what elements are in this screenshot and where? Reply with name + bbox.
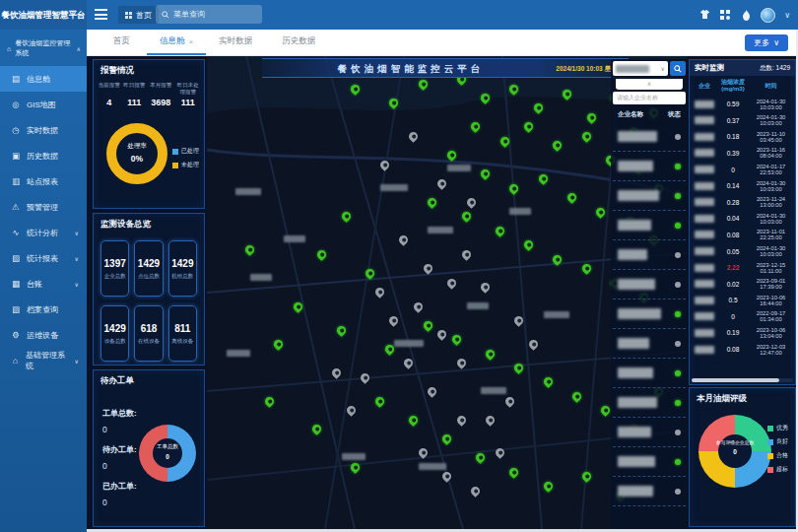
collapse-icon: ∧ <box>77 45 81 52</box>
sidebar-item[interactable]: ▦ 台账 ∨ <box>0 271 87 297</box>
device-stat-card: 1397 企业总数 <box>100 240 129 297</box>
company-row[interactable] <box>613 122 686 152</box>
rating-panel-title: 本月油烟评级 <box>690 388 795 408</box>
realtime-row: 0.28 2023-11-24 13:00:00 <box>690 194 795 211</box>
enterprise-name-redacted <box>695 215 714 223</box>
company-row[interactable] <box>613 359 686 388</box>
alarm-stat-value: 4 <box>97 98 121 107</box>
concentration-value: 0.28 <box>717 199 749 206</box>
fullscreen-icon[interactable] <box>719 9 731 21</box>
sidebar-item[interactable]: ⌂ 基础管理系统 ∨ <box>0 348 87 373</box>
sidebar-item-icon: ▧ <box>11 253 21 263</box>
company-row[interactable] <box>613 181 686 211</box>
theme-shirt-icon[interactable] <box>698 9 710 21</box>
sidebar-item[interactable]: ⚠ 预警管理 <box>0 194 87 220</box>
status-dot <box>675 134 681 140</box>
sidebar-item[interactable]: ▣ 历史数据 <box>0 143 87 168</box>
alarm-stat-value: 111 <box>121 98 146 107</box>
enterprise-name-redacted <box>695 100 714 108</box>
sidebar-item[interactable]: ▧ 统计报表 ∨ <box>0 245 87 271</box>
sidebar-item-icon: ⚙ <box>11 330 21 340</box>
alarm-stat: 本月报警 3698 <box>147 82 175 107</box>
sidebar-item-label: 档案查询 <box>27 304 58 315</box>
status-dot <box>675 164 681 169</box>
alarm-stat-value: 3698 <box>147 98 175 107</box>
sidebar-item[interactable]: ∿ 统计分析 ∨ <box>0 220 87 245</box>
device-stat-label: 机组总数 <box>171 273 193 280</box>
device-stat-label: 离线设备 <box>171 338 193 345</box>
company-name-redacted <box>618 367 653 378</box>
company-search-button[interactable] <box>670 61 686 76</box>
more-button[interactable]: 更多 ∨ <box>745 34 788 51</box>
status-dot <box>675 341 681 347</box>
device-stat-label: 点位总数 <box>138 273 160 280</box>
page-tab[interactable]: 历史数据 <box>269 30 332 55</box>
sidebar-item-label: 基础管理系统 <box>26 350 69 371</box>
map-banner-title: 餐饮油烟智能监控云平台 <box>262 63 560 76</box>
hamburger-menu-icon[interactable] <box>95 9 107 20</box>
sidebar-item[interactable]: ◷ 实时数据 <box>0 117 87 143</box>
sidebar-nav: ⌂ 餐饮油烟监控管理系统 ∧ ▤ 信息舱 ◎ GIS地图 ◷ <box>0 30 87 532</box>
sidebar-item[interactable]: ▨ 档案查询 <box>0 297 87 322</box>
sidebar-item[interactable]: ⚙ 运维设备 <box>0 322 87 348</box>
company-row[interactable] <box>613 447 686 477</box>
concentration-value: 2.22 <box>717 264 749 271</box>
menu-search-input[interactable]: 菜单查询 <box>156 5 262 24</box>
company-row[interactable] <box>613 270 686 299</box>
enterprise-name-redacted <box>695 247 714 255</box>
company-name-input[interactable]: 请输入企业名称 <box>613 92 686 104</box>
page-tab[interactable]: 首页 <box>100 30 147 55</box>
enterprise-name-redacted <box>695 198 714 206</box>
company-row[interactable] <box>613 152 686 181</box>
enterprise-name-redacted <box>695 297 714 304</box>
page-tab[interactable]: 实时数据 <box>206 30 269 55</box>
legend-label: 未处理 <box>181 161 199 169</box>
page-tab[interactable]: 信息舱 × <box>147 30 206 55</box>
reading-timestamp: 2023-11-10 03:45:00 <box>749 131 793 143</box>
legend-swatch <box>172 149 178 155</box>
home-shortcut[interactable]: 首页 <box>118 6 159 24</box>
sidebar-item[interactable]: ◎ GIS地图 <box>0 92 87 117</box>
tab-label: 首页 <box>113 35 130 47</box>
status-dot <box>675 489 681 495</box>
sidebar-item[interactable]: ▥ 站点报表 <box>0 168 87 194</box>
reading-timestamp: 2024-01-30 10:03:00 <box>749 245 793 257</box>
reading-timestamp: 2023-10-06 16:44:00 <box>749 295 793 306</box>
scrollbar-thumb[interactable] <box>692 378 779 382</box>
company-name-redacted <box>618 220 651 231</box>
sidebar-item[interactable]: ▤ 信息舱 <box>0 66 87 92</box>
collapse-bar[interactable]: ∧ <box>616 79 683 90</box>
workorder-center-label: 工单总数 <box>139 443 196 450</box>
company-row[interactable] <box>613 388 686 418</box>
company-row[interactable] <box>613 477 686 506</box>
selected-company-redacted <box>616 65 649 73</box>
company-row[interactable] <box>613 240 686 270</box>
realtime-panel: 实时监测 总数: 1429 企业 油烟浓度(mg/m3) 时间 0.59 202… <box>689 59 796 385</box>
company-row[interactable] <box>613 418 686 447</box>
workorders-panel: 待办工单 工单总数: 0 待办工单: 0 已办工单: 0 工单总 <box>93 369 205 527</box>
company-row[interactable] <box>613 329 686 359</box>
horizontal-scrollbar[interactable] <box>692 378 793 382</box>
sidebar-system-header[interactable]: ⌂ 餐饮油烟监控管理系统 ∧ <box>0 30 87 66</box>
reading-timestamp: 2024-01-17 22:53:00 <box>749 164 793 175</box>
user-avatar[interactable] <box>761 8 775 23</box>
realtime-row: 0.04 2024-01-30 10:03:00 <box>690 211 795 228</box>
concentration-value: 0.02 <box>717 281 749 288</box>
company-row[interactable] <box>613 211 686 240</box>
map-banner: 餐饮油烟智能监控云平台 2024/1/30 10:03 星期二 <box>262 58 629 78</box>
notification-flame-icon[interactable] <box>740 9 752 21</box>
company-filter-select[interactable]: ∨ <box>613 61 668 76</box>
enterprise-name-redacted <box>695 329 714 337</box>
user-menu-caret-icon[interactable]: ∨ <box>784 11 790 20</box>
legend-label: 良好 <box>776 437 788 446</box>
company-name-redacted <box>618 456 655 467</box>
device-stat-value: 811 <box>174 323 190 334</box>
company-row[interactable] <box>613 299 686 329</box>
reading-timestamp: 2023-10-06 13:04:00 <box>749 327 793 339</box>
devices-panel-title: 监测设备总览 <box>94 214 204 233</box>
map-place-label <box>544 311 569 318</box>
more-label: 更多 <box>754 37 769 48</box>
workorder-center-value: 0 <box>139 453 196 460</box>
workorder-stat-value: 0 <box>102 461 137 471</box>
tab-close-icon[interactable]: × <box>189 37 194 46</box>
